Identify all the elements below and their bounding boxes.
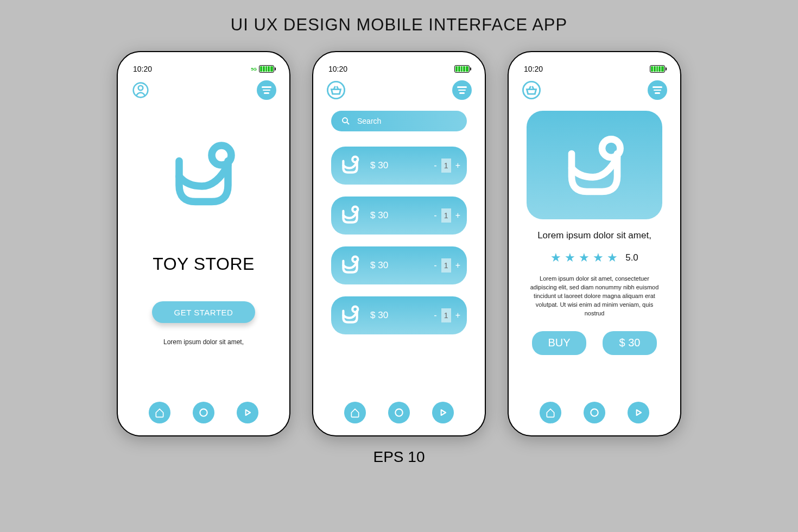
product-icon (339, 153, 362, 178)
nav-play-icon[interactable] (237, 402, 258, 423)
product-description: Lorem ipsum dolor sit amet, consectetuer… (527, 275, 662, 318)
product-image (527, 111, 662, 219)
qty-value: 1 (441, 159, 451, 173)
price-button[interactable]: $ 30 (603, 331, 657, 355)
svg-point-8 (352, 207, 358, 212)
page-title: UI UX DESIGN MOBILE INTERFACE APP (231, 15, 567, 35)
nav-play-icon[interactable] (628, 402, 649, 423)
svg-line-6 (347, 122, 349, 124)
svg-point-11 (395, 409, 402, 416)
screen-detail: 10:20 Lorem ipsum dolor sit amet, ★ ★ ★ (508, 51, 681, 436)
list-item[interactable]: $ 30 - 1 + (331, 296, 467, 334)
price-label: $ 30 (370, 160, 388, 171)
plus-button[interactable]: + (455, 211, 460, 220)
qty-value: 1 (441, 258, 451, 273)
svg-point-3 (200, 409, 207, 416)
profile-icon[interactable] (131, 80, 150, 100)
svg-point-13 (602, 139, 620, 157)
quantity-stepper[interactable]: - 1 + (434, 308, 460, 322)
star-icon: ★ (593, 251, 604, 265)
minus-button[interactable]: - (434, 261, 436, 270)
status-bar: 10:20 (509, 61, 680, 77)
quantity-stepper[interactable]: - 1 + (434, 159, 460, 173)
svg-point-1 (138, 86, 143, 91)
nav-home-icon[interactable] (149, 402, 170, 423)
menu-icon[interactable] (452, 80, 472, 100)
svg-point-5 (343, 118, 347, 123)
search-placeholder: Search (357, 117, 381, 125)
product-icon (339, 203, 362, 228)
qty-value: 1 (441, 208, 451, 223)
list-item[interactable]: $ 30 - 1 + (331, 197, 467, 235)
search-input[interactable]: Search (331, 111, 467, 131)
status-bar: 10:20 5G (118, 61, 289, 77)
price-label: $ 30 (370, 310, 388, 321)
status-time: 10:20 (133, 65, 152, 73)
battery-icon (259, 65, 274, 73)
nav-circle-icon[interactable] (584, 402, 605, 423)
product-icon (339, 253, 362, 278)
status-time: 10:20 (328, 65, 347, 73)
minus-button[interactable]: - (434, 161, 436, 170)
search-icon (341, 116, 351, 126)
qty-value: 1 (441, 308, 451, 322)
footer-label: EPS 10 (373, 448, 425, 466)
svg-point-7 (352, 157, 358, 162)
plus-button[interactable]: + (455, 161, 460, 170)
battery-icon (650, 65, 665, 73)
product-name: Lorem ipsum dolor sit amet, (537, 230, 651, 241)
svg-point-9 (352, 257, 358, 262)
quantity-stepper[interactable]: - 1 + (434, 258, 460, 273)
star-icon: ★ (550, 251, 561, 265)
app-logo-icon (163, 132, 244, 216)
nav-circle-icon[interactable] (193, 402, 214, 423)
price-label: $ 30 (370, 260, 388, 271)
minus-button[interactable]: - (434, 311, 436, 320)
rating: ★ ★ ★ ★ ★ 5.0 (550, 251, 638, 265)
list-item[interactable]: $ 30 - 1 + (331, 246, 467, 284)
list-item[interactable]: $ 30 - 1 + (331, 147, 467, 185)
screen-welcome: 10:20 5G TOY STORE GET STARTED Lorem (117, 51, 290, 436)
basket-icon[interactable] (522, 80, 541, 100)
product-icon (556, 127, 632, 203)
subtitle: Lorem ipsum dolor sit amet, (163, 338, 244, 346)
minus-button[interactable]: - (434, 211, 436, 220)
star-icon: ★ (607, 251, 618, 265)
plus-button[interactable]: + (455, 261, 460, 270)
nav-play-icon[interactable] (432, 402, 454, 423)
svg-point-2 (212, 145, 231, 165)
basket-icon[interactable] (326, 80, 346, 100)
nav-circle-icon[interactable] (388, 402, 410, 423)
product-icon (339, 303, 362, 328)
buy-button[interactable]: BUY (532, 331, 586, 355)
nav-home-icon[interactable] (540, 402, 561, 423)
status-time: 10:20 (524, 65, 543, 73)
price-label: $ 30 (370, 210, 388, 221)
nav-home-icon[interactable] (344, 402, 366, 423)
plus-button[interactable]: + (455, 311, 460, 320)
battery-icon (454, 65, 470, 73)
get-started-button[interactable]: GET STARTED (152, 301, 255, 323)
status-bar: 10:20 (313, 61, 485, 77)
menu-icon[interactable] (648, 80, 667, 100)
svg-point-10 (352, 307, 358, 312)
star-icon: ★ (565, 251, 575, 265)
svg-point-14 (591, 409, 598, 416)
rating-value: 5.0 (625, 252, 638, 263)
menu-icon[interactable] (257, 80, 276, 100)
app-title: TOY STORE (153, 254, 255, 274)
signal-5g-icon: 5G (251, 67, 257, 72)
star-icon: ★ (579, 251, 590, 265)
quantity-stepper[interactable]: - 1 + (434, 208, 460, 223)
screen-list: 10:20 Search $ 30 - (312, 51, 486, 436)
